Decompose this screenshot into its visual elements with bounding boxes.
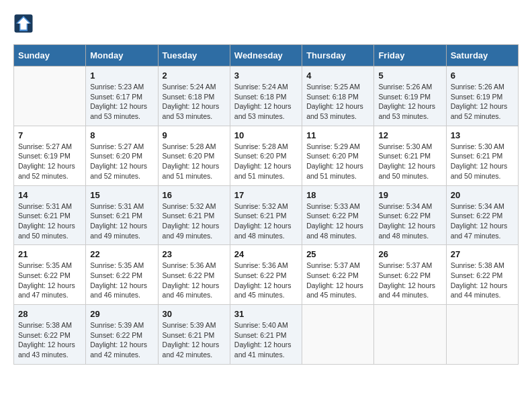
day-number: 30: [163, 309, 226, 319]
calendar-cell: 26Sunrise: 5:37 AMSunset: 6:22 PMDayligh…: [374, 245, 446, 305]
day-info: Sunrise: 5:34 AMSunset: 6:22 PMDaylight:…: [451, 201, 514, 241]
day-info: Sunrise: 5:30 AMSunset: 6:21 PMDaylight:…: [451, 142, 514, 181]
day-info: Sunrise: 5:35 AMSunset: 6:22 PMDaylight:…: [18, 261, 81, 300]
day-number: 31: [234, 309, 298, 319]
calendar-cell: 17Sunrise: 5:32 AMSunset: 6:21 PMDayligh…: [230, 185, 302, 245]
day-number: 26: [378, 249, 441, 259]
calendar-cell: 12Sunrise: 5:30 AMSunset: 6:21 PMDayligh…: [374, 126, 446, 185]
calendar-cell: 22Sunrise: 5:35 AMSunset: 6:22 PMDayligh…: [86, 245, 158, 305]
weekday-header-tuesday: Tuesday: [158, 45, 230, 66]
day-number: 2: [163, 71, 226, 81]
day-info: Sunrise: 5:39 AMSunset: 6:21 PMDaylight:…: [163, 320, 226, 360]
calendar-cell: 13Sunrise: 5:30 AMSunset: 6:21 PMDayligh…: [446, 126, 518, 185]
calendar-cell: 19Sunrise: 5:34 AMSunset: 6:22 PMDayligh…: [374, 185, 446, 245]
calendar-cell: 15Sunrise: 5:31 AMSunset: 6:21 PMDayligh…: [86, 185, 158, 245]
day-number: 16: [163, 190, 226, 200]
day-info: Sunrise: 5:32 AMSunset: 6:21 PMDaylight:…: [163, 201, 226, 241]
day-info: Sunrise: 5:26 AMSunset: 6:19 PMDaylight:…: [451, 82, 514, 122]
day-info: Sunrise: 5:37 AMSunset: 6:22 PMDaylight:…: [306, 261, 369, 300]
day-info: Sunrise: 5:37 AMSunset: 6:22 PMDaylight:…: [378, 261, 441, 300]
day-info: Sunrise: 5:28 AMSunset: 6:20 PMDaylight:…: [163, 142, 226, 181]
calendar-cell: [302, 305, 374, 365]
day-info: Sunrise: 5:36 AMSunset: 6:22 PMDaylight:…: [234, 261, 298, 300]
day-number: 12: [378, 130, 441, 140]
calendar-week-row: 7Sunrise: 5:27 AMSunset: 6:19 PMDaylight…: [14, 126, 519, 185]
day-number: 15: [90, 190, 153, 200]
calendar-week-row: 1Sunrise: 5:23 AMSunset: 6:17 PMDaylight…: [14, 66, 519, 126]
day-number: 24: [234, 249, 298, 259]
calendar-cell: 1Sunrise: 5:23 AMSunset: 6:17 PMDaylight…: [86, 66, 158, 126]
calendar-cell: 23Sunrise: 5:36 AMSunset: 6:22 PMDayligh…: [158, 245, 230, 305]
day-info: Sunrise: 5:24 AMSunset: 6:18 PMDaylight:…: [234, 82, 298, 122]
calendar-cell: 29Sunrise: 5:39 AMSunset: 6:22 PMDayligh…: [86, 305, 158, 365]
day-number: 14: [18, 190, 81, 200]
calendar-cell: 27Sunrise: 5:38 AMSunset: 6:22 PMDayligh…: [446, 245, 518, 305]
calendar-cell: 6Sunrise: 5:26 AMSunset: 6:19 PMDaylight…: [446, 66, 518, 126]
calendar-cell: 2Sunrise: 5:24 AMSunset: 6:18 PMDaylight…: [158, 66, 230, 126]
day-info: Sunrise: 5:32 AMSunset: 6:21 PMDaylight:…: [234, 201, 298, 241]
calendar-cell: 30Sunrise: 5:39 AMSunset: 6:21 PMDayligh…: [158, 305, 230, 365]
weekday-header-wednesday: Wednesday: [230, 45, 302, 66]
day-number: 21: [18, 249, 81, 259]
day-number: 18: [306, 190, 369, 200]
weekday-header-saturday: Saturday: [446, 45, 518, 66]
day-number: 27: [451, 249, 514, 259]
calendar-week-row: 28Sunrise: 5:38 AMSunset: 6:22 PMDayligh…: [14, 305, 519, 365]
day-number: 19: [378, 190, 441, 200]
day-number: 1: [90, 71, 153, 81]
calendar-cell: 5Sunrise: 5:26 AMSunset: 6:19 PMDaylight…: [374, 66, 446, 126]
day-number: 8: [90, 130, 153, 140]
day-number: 7: [18, 130, 81, 140]
day-number: 20: [451, 190, 514, 200]
day-info: Sunrise: 5:35 AMSunset: 6:22 PMDaylight:…: [90, 261, 153, 300]
day-number: 22: [90, 249, 153, 259]
calendar-cell: 25Sunrise: 5:37 AMSunset: 6:22 PMDayligh…: [302, 245, 374, 305]
calendar-cell: 10Sunrise: 5:28 AMSunset: 6:20 PMDayligh…: [230, 126, 302, 185]
calendar-cell: 24Sunrise: 5:36 AMSunset: 6:22 PMDayligh…: [230, 245, 302, 305]
day-number: 5: [378, 71, 441, 81]
day-info: Sunrise: 5:36 AMSunset: 6:22 PMDaylight:…: [163, 261, 226, 300]
calendar-cell: 4Sunrise: 5:25 AMSunset: 6:18 PMDaylight…: [302, 66, 374, 126]
calendar-cell: 18Sunrise: 5:33 AMSunset: 6:22 PMDayligh…: [302, 185, 374, 245]
logo: [13, 13, 36, 34]
day-number: 28: [18, 309, 81, 319]
day-number: 11: [306, 130, 369, 140]
calendar-cell: 3Sunrise: 5:24 AMSunset: 6:18 PMDaylight…: [230, 66, 302, 126]
day-number: 29: [90, 309, 153, 319]
weekday-header-thursday: Thursday: [302, 45, 374, 66]
day-info: Sunrise: 5:33 AMSunset: 6:22 PMDaylight:…: [306, 201, 369, 241]
day-info: Sunrise: 5:38 AMSunset: 6:22 PMDaylight:…: [451, 261, 514, 300]
calendar-cell: 28Sunrise: 5:38 AMSunset: 6:22 PMDayligh…: [14, 305, 86, 365]
day-info: Sunrise: 5:25 AMSunset: 6:18 PMDaylight:…: [306, 82, 369, 122]
calendar-cell: 20Sunrise: 5:34 AMSunset: 6:22 PMDayligh…: [446, 185, 518, 245]
calendar-cell: [374, 305, 446, 365]
day-number: 17: [234, 190, 298, 200]
day-number: 10: [234, 130, 298, 140]
calendar-week-row: 21Sunrise: 5:35 AMSunset: 6:22 PMDayligh…: [14, 245, 519, 305]
day-info: Sunrise: 5:40 AMSunset: 6:21 PMDaylight:…: [234, 320, 298, 360]
calendar-header-row: SundayMondayTuesdayWednesdayThursdayFrid…: [14, 45, 519, 66]
day-info: Sunrise: 5:29 AMSunset: 6:20 PMDaylight:…: [306, 142, 369, 181]
weekday-header-monday: Monday: [86, 45, 158, 66]
calendar-cell: 21Sunrise: 5:35 AMSunset: 6:22 PMDayligh…: [14, 245, 86, 305]
day-info: Sunrise: 5:27 AMSunset: 6:19 PMDaylight:…: [18, 142, 81, 181]
calendar-cell: 11Sunrise: 5:29 AMSunset: 6:20 PMDayligh…: [302, 126, 374, 185]
day-number: 23: [163, 249, 226, 259]
day-number: 13: [451, 130, 514, 140]
calendar-week-row: 14Sunrise: 5:31 AMSunset: 6:21 PMDayligh…: [14, 185, 519, 245]
calendar-cell: 9Sunrise: 5:28 AMSunset: 6:20 PMDaylight…: [158, 126, 230, 185]
calendar-cell: [446, 305, 518, 365]
day-number: 3: [234, 71, 298, 81]
calendar-cell: [14, 66, 86, 126]
calendar-cell: 8Sunrise: 5:27 AMSunset: 6:20 PMDaylight…: [86, 126, 158, 185]
day-info: Sunrise: 5:23 AMSunset: 6:17 PMDaylight:…: [90, 82, 153, 122]
day-number: 25: [306, 249, 369, 259]
calendar-cell: 14Sunrise: 5:31 AMSunset: 6:21 PMDayligh…: [14, 185, 86, 245]
day-number: 9: [163, 130, 226, 140]
day-info: Sunrise: 5:24 AMSunset: 6:18 PMDaylight:…: [163, 82, 226, 122]
logo-icon: [13, 13, 34, 34]
weekday-header-friday: Friday: [374, 45, 446, 66]
calendar-cell: 31Sunrise: 5:40 AMSunset: 6:21 PMDayligh…: [230, 305, 302, 365]
calendar-cell: 7Sunrise: 5:27 AMSunset: 6:19 PMDaylight…: [14, 126, 86, 185]
day-info: Sunrise: 5:27 AMSunset: 6:20 PMDaylight:…: [90, 142, 153, 181]
